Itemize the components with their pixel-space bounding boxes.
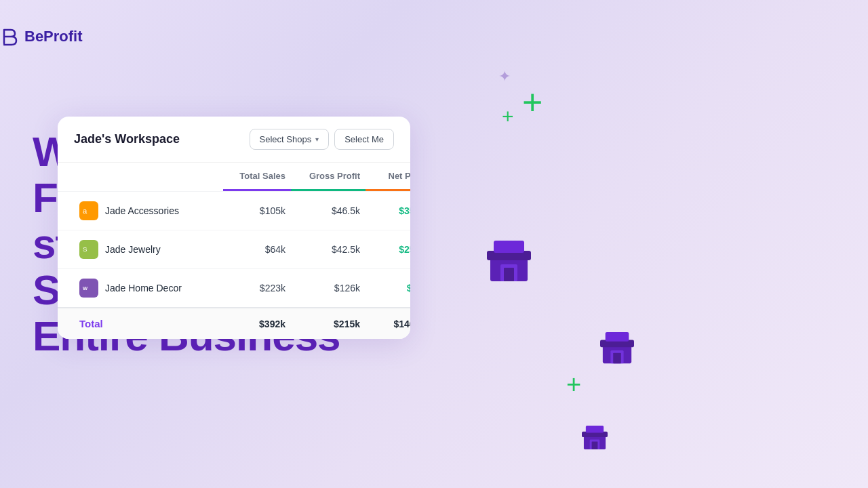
total-sales-jewelry: $64k: [223, 235, 291, 264]
gross-profit-total: $215k: [291, 309, 366, 339]
col-indicator-bars: [74, 189, 394, 191]
diamond-decoration-1: ✦: [498, 68, 511, 85]
select-me-button[interactable]: Select Me: [334, 129, 394, 150]
plus-decoration-1: +: [522, 85, 542, 120]
net-profit-homedecor: $86k: [366, 273, 410, 303]
svg-rect-14: [586, 426, 604, 433]
svg-rect-9: [606, 332, 629, 342]
amazon-icon: a: [79, 201, 98, 220]
total-row: Total $392k $215k $146.8k -$: [58, 307, 410, 339]
store-icon-large: [487, 241, 531, 285]
svg-rect-4: [494, 241, 524, 253]
shop-name-jewelry: Jade Jewelry: [105, 244, 161, 255]
svg-rect-5: [504, 268, 514, 281]
shopify-icon: S: [79, 240, 98, 259]
shop-name-homedecor: Jade Home Decor: [105, 283, 182, 293]
select-shops-label: Select Shops: [260, 134, 312, 144]
header-controls: Select Shops ▾ Select Me: [250, 129, 394, 150]
shop-cell-jewelry: S Jade Jewelry: [74, 230, 223, 268]
total-sales-homedecor: $223k: [223, 273, 291, 303]
data-table: Total Sales Gross Profit Net Profit a Ja…: [58, 163, 410, 339]
table-row: a Jade Accessories $105k $46.5k $35.3k -…: [58, 191, 410, 230]
woocommerce-icon: W: [79, 279, 98, 298]
total-sales-accessories: $105k: [223, 196, 291, 226]
store-icon-small: [582, 426, 608, 451]
store-icon-medium: [600, 332, 634, 366]
gross-profit-jewelry: $42.5k: [291, 235, 366, 264]
card-panel: Jade's Workspace Select Shops ▾ Select M…: [58, 117, 410, 339]
total-label: Total: [74, 308, 223, 339]
gross-profit-homedecor: $126k: [291, 273, 366, 303]
plus-decoration-2: +: [502, 106, 514, 127]
col-header-gross-profit: Gross Profit: [291, 163, 366, 189]
svg-text:a: a: [83, 207, 87, 215]
total-sales-total: $392k: [223, 309, 291, 339]
svg-rect-10: [613, 353, 621, 363]
table-row: W Jade Home Decor $223k $126k $86k -$: [58, 268, 410, 307]
svg-text:S: S: [83, 245, 87, 253]
shop-cell-accessories: a Jade Accessories: [74, 192, 223, 230]
shop-name-accessories: Jade Accessories: [105, 205, 179, 216]
shop-cell-homedecor: W Jade Home Decor: [74, 269, 223, 307]
workspace-title: Jade's Workspace: [74, 132, 180, 146]
svg-text:W: W: [83, 285, 88, 291]
svg-rect-15: [592, 441, 598, 449]
col-header-total-sales: Total Sales: [223, 163, 291, 189]
card-header: Jade's Workspace Select Shops ▾ Select M…: [58, 117, 410, 163]
net-profit-total: $146.8k: [366, 309, 410, 339]
chevron-down-icon: ▾: [315, 136, 319, 143]
select-shops-button[interactable]: Select Shops ▾: [250, 129, 330, 150]
col-header-shop: [74, 163, 223, 189]
select-me-label: Select Me: [344, 134, 384, 144]
net-profit-jewelry: $25.5k: [366, 235, 410, 264]
col-header-net-profit: Net Profit: [366, 163, 410, 189]
net-profit-accessories: $35.3k: [366, 196, 410, 226]
beprofit-logo-icon: [0, 27, 19, 46]
table-header-row: Total Sales Gross Profit Net Profit: [58, 163, 410, 189]
gross-profit-accessories: $46.5k: [291, 196, 366, 226]
plus-decoration-3: +: [566, 371, 581, 397]
table-row: S Jade Jewelry $64k $42.5k $25.5k -$: [58, 230, 410, 268]
